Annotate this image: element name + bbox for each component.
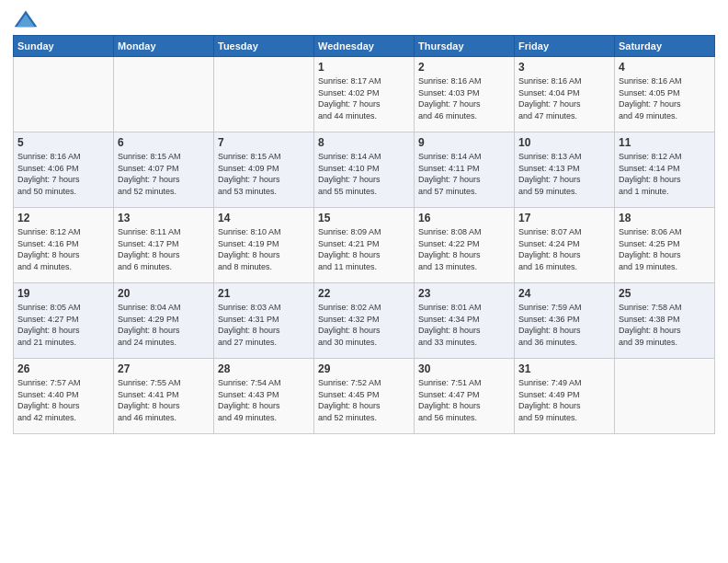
calendar-cell: 21Sunrise: 8:03 AM Sunset: 4:31 PM Dayli… (214, 283, 314, 359)
cell-info: Sunrise: 7:58 AM Sunset: 4:38 PM Dayligh… (619, 302, 711, 348)
cell-info: Sunrise: 8:01 AM Sunset: 4:34 PM Dayligh… (418, 302, 510, 348)
day-number: 12 (17, 212, 109, 224)
cell-info: Sunrise: 8:03 AM Sunset: 4:31 PM Dayligh… (218, 302, 310, 348)
day-number: 14 (218, 212, 310, 224)
day-number: 10 (518, 136, 610, 149)
weekday-header-monday: Monday (114, 36, 214, 57)
calendar-cell: 2Sunrise: 8:16 AM Sunset: 4:03 PM Daylig… (415, 57, 515, 132)
day-number: 1 (318, 61, 410, 74)
weekday-header-tuesday: Tuesday (214, 36, 314, 57)
day-number: 28 (218, 362, 310, 375)
day-number: 25 (619, 287, 711, 300)
weekday-header-friday: Friday (515, 36, 615, 57)
day-number: 31 (518, 362, 610, 375)
cell-info: Sunrise: 7:49 AM Sunset: 4:49 PM Dayligh… (518, 377, 610, 423)
cell-info: Sunrise: 8:16 AM Sunset: 4:05 PM Dayligh… (619, 75, 711, 121)
cell-info: Sunrise: 8:06 AM Sunset: 4:25 PM Dayligh… (619, 226, 711, 272)
calendar-week-5: 26Sunrise: 7:57 AM Sunset: 4:40 PM Dayli… (14, 359, 715, 434)
cell-info: Sunrise: 8:07 AM Sunset: 4:24 PM Dayligh… (518, 226, 610, 272)
calendar-table: SundayMondayTuesdayWednesdayThursdayFrid… (13, 35, 715, 434)
day-number: 13 (118, 212, 210, 224)
header (13, 9, 715, 29)
weekday-header-saturday: Saturday (615, 36, 715, 57)
calendar-cell: 5Sunrise: 8:16 AM Sunset: 4:06 PM Daylig… (14, 132, 114, 208)
calendar-cell: 24Sunrise: 7:59 AM Sunset: 4:36 PM Dayli… (515, 283, 615, 359)
day-number: 9 (418, 136, 510, 149)
day-number: 29 (318, 362, 410, 375)
calendar-cell: 29Sunrise: 7:52 AM Sunset: 4:45 PM Dayli… (314, 359, 415, 434)
page-container: SundayMondayTuesdayWednesdayThursdayFrid… (0, 0, 728, 443)
calendar-cell: 14Sunrise: 8:10 AM Sunset: 4:19 PM Dayli… (214, 208, 314, 283)
cell-info: Sunrise: 8:16 AM Sunset: 4:03 PM Dayligh… (418, 75, 510, 121)
day-number: 23 (418, 287, 510, 300)
logo-icon (13, 9, 39, 29)
cell-info: Sunrise: 7:52 AM Sunset: 4:45 PM Dayligh… (318, 377, 410, 423)
cell-info: Sunrise: 8:09 AM Sunset: 4:21 PM Dayligh… (318, 226, 410, 272)
calendar-cell: 3Sunrise: 8:16 AM Sunset: 4:04 PM Daylig… (515, 57, 615, 132)
calendar-cell: 7Sunrise: 8:15 AM Sunset: 4:09 PM Daylig… (214, 132, 314, 208)
day-number: 20 (118, 287, 210, 300)
day-number: 5 (17, 136, 109, 149)
calendar-cell: 30Sunrise: 7:51 AM Sunset: 4:47 PM Dayli… (415, 359, 515, 434)
day-number: 3 (518, 61, 610, 74)
calendar-week-2: 5Sunrise: 8:16 AM Sunset: 4:06 PM Daylig… (14, 132, 715, 208)
cell-info: Sunrise: 8:05 AM Sunset: 4:27 PM Dayligh… (17, 302, 109, 348)
cell-info: Sunrise: 8:15 AM Sunset: 4:07 PM Dayligh… (118, 151, 210, 197)
calendar-cell: 13Sunrise: 8:11 AM Sunset: 4:17 PM Dayli… (114, 208, 214, 283)
cell-info: Sunrise: 8:10 AM Sunset: 4:19 PM Dayligh… (218, 226, 310, 272)
cell-info: Sunrise: 8:14 AM Sunset: 4:10 PM Dayligh… (318, 151, 410, 197)
calendar-cell: 11Sunrise: 8:12 AM Sunset: 4:14 PM Dayli… (615, 132, 715, 208)
cell-info: Sunrise: 8:16 AM Sunset: 4:06 PM Dayligh… (17, 151, 109, 197)
calendar-cell: 20Sunrise: 8:04 AM Sunset: 4:29 PM Dayli… (114, 283, 214, 359)
day-number: 11 (619, 136, 711, 149)
calendar-cell (114, 57, 214, 132)
day-number: 26 (17, 362, 109, 375)
day-number: 2 (418, 61, 510, 74)
cell-info: Sunrise: 7:59 AM Sunset: 4:36 PM Dayligh… (518, 302, 610, 348)
cell-info: Sunrise: 8:08 AM Sunset: 4:22 PM Dayligh… (418, 226, 510, 272)
calendar-cell: 8Sunrise: 8:14 AM Sunset: 4:10 PM Daylig… (314, 132, 415, 208)
day-number: 17 (518, 212, 610, 224)
weekday-header-sunday: Sunday (14, 36, 114, 57)
day-number: 15 (318, 212, 410, 224)
calendar-cell: 17Sunrise: 8:07 AM Sunset: 4:24 PM Dayli… (515, 208, 615, 283)
calendar-cell: 16Sunrise: 8:08 AM Sunset: 4:22 PM Dayli… (415, 208, 515, 283)
calendar-cell (214, 57, 314, 132)
day-number: 16 (418, 212, 510, 224)
calendar-cell: 22Sunrise: 8:02 AM Sunset: 4:32 PM Dayli… (314, 283, 415, 359)
day-number: 21 (218, 287, 310, 300)
cell-info: Sunrise: 7:55 AM Sunset: 4:41 PM Dayligh… (118, 377, 210, 423)
calendar-cell: 9Sunrise: 8:14 AM Sunset: 4:11 PM Daylig… (415, 132, 515, 208)
cell-info: Sunrise: 7:57 AM Sunset: 4:40 PM Dayligh… (17, 377, 109, 423)
calendar-cell: 27Sunrise: 7:55 AM Sunset: 4:41 PM Dayli… (114, 359, 214, 434)
cell-info: Sunrise: 8:16 AM Sunset: 4:04 PM Dayligh… (518, 75, 610, 121)
calendar-cell: 31Sunrise: 7:49 AM Sunset: 4:49 PM Dayli… (515, 359, 615, 434)
day-number: 6 (118, 136, 210, 149)
day-number: 4 (619, 61, 711, 74)
calendar-cell: 19Sunrise: 8:05 AM Sunset: 4:27 PM Dayli… (14, 283, 114, 359)
cell-info: Sunrise: 8:12 AM Sunset: 4:16 PM Dayligh… (17, 226, 109, 272)
cell-info: Sunrise: 7:54 AM Sunset: 4:43 PM Dayligh… (218, 377, 310, 423)
cell-info: Sunrise: 8:14 AM Sunset: 4:11 PM Dayligh… (418, 151, 510, 197)
calendar-cell: 4Sunrise: 8:16 AM Sunset: 4:05 PM Daylig… (615, 57, 715, 132)
day-number: 27 (118, 362, 210, 375)
calendar-week-3: 12Sunrise: 8:12 AM Sunset: 4:16 PM Dayli… (14, 208, 715, 283)
calendar-cell: 1Sunrise: 8:17 AM Sunset: 4:02 PM Daylig… (314, 57, 415, 132)
day-number: 18 (619, 212, 711, 224)
calendar-cell: 26Sunrise: 7:57 AM Sunset: 4:40 PM Dayli… (14, 359, 114, 434)
cell-info: Sunrise: 8:17 AM Sunset: 4:02 PM Dayligh… (318, 75, 410, 121)
calendar-cell: 18Sunrise: 8:06 AM Sunset: 4:25 PM Dayli… (615, 208, 715, 283)
calendar-cell: 10Sunrise: 8:13 AM Sunset: 4:13 PM Dayli… (515, 132, 615, 208)
day-number: 30 (418, 362, 510, 375)
weekday-header-wednesday: Wednesday (314, 36, 415, 57)
calendar-week-4: 19Sunrise: 8:05 AM Sunset: 4:27 PM Dayli… (14, 283, 715, 359)
day-number: 19 (17, 287, 109, 300)
calendar-cell: 25Sunrise: 7:58 AM Sunset: 4:38 PM Dayli… (615, 283, 715, 359)
cell-info: Sunrise: 7:51 AM Sunset: 4:47 PM Dayligh… (418, 377, 510, 423)
logo (13, 9, 42, 29)
cell-info: Sunrise: 8:15 AM Sunset: 4:09 PM Dayligh… (218, 151, 310, 197)
calendar-week-1: 1Sunrise: 8:17 AM Sunset: 4:02 PM Daylig… (14, 57, 715, 132)
day-number: 8 (318, 136, 410, 149)
calendar-cell: 12Sunrise: 8:12 AM Sunset: 4:16 PM Dayli… (14, 208, 114, 283)
calendar-cell: 15Sunrise: 8:09 AM Sunset: 4:21 PM Dayli… (314, 208, 415, 283)
